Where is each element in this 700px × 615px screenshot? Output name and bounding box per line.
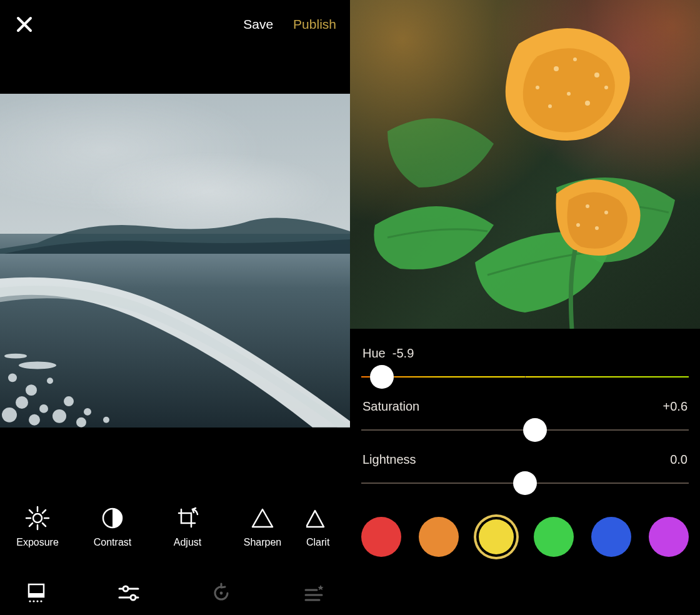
svg-point-28 [29,600,31,602]
swatch-magenta[interactable] [649,517,689,557]
tab-reset [208,579,235,607]
slider-track [361,376,689,378]
tool-exposure[interactable]: Exposure [0,506,75,548]
svg-point-44 [585,101,590,106]
svg-point-33 [123,586,128,591]
tool-label: Adjust [174,537,201,548]
svg-point-6 [39,404,48,413]
slider-thumb[interactable] [513,471,537,495]
svg-point-2 [8,374,17,382]
svg-point-36 [220,592,223,595]
tool-clarity[interactable]: Clarit [300,506,350,548]
double-triangle-icon [306,506,331,531]
svg-point-3 [26,385,37,396]
lightness-control: Lightness 0.0 [359,452,691,494]
tab-levels [300,579,328,607]
half-circle-icon [101,506,124,531]
editor-screen-left: Save Publish [0,0,350,615]
svg-point-7 [64,396,74,406]
svg-point-11 [84,408,91,416]
svg-point-5 [16,396,28,409]
swatch-green[interactable] [534,517,574,557]
saturation-value: +0.6 [663,399,688,414]
tool-adjust[interactable]: Adjust [150,506,225,548]
svg-point-15 [4,354,27,359]
edit-tools-row[interactable]: Exposure Contrast [0,492,350,561]
svg-point-30 [36,600,38,602]
svg-point-41 [573,58,577,61]
svg-line-23 [42,510,46,513]
tool-label: Contrast [94,537,131,548]
reset-icon [211,582,232,604]
svg-point-46 [548,104,552,108]
svg-point-42 [594,72,599,78]
svg-line-21 [29,510,32,513]
tool-label: Exposure [16,537,59,548]
lightness-slider[interactable] [359,472,691,494]
svg-point-35 [131,595,136,600]
sliders-icon [118,584,139,602]
tool-sharpen[interactable]: Sharpen [225,506,300,548]
svg-point-51 [576,223,580,227]
color-swatch-row [359,506,691,557]
close-button[interactable] [14,14,35,35]
svg-point-40 [554,66,559,71]
hue-control: Hue -5.9 [359,346,691,388]
hue-slider[interactable] [359,366,691,388]
svg-point-14 [19,362,56,369]
svg-point-16 [33,514,42,522]
swatch-yellow[interactable] [476,517,516,557]
tool-contrast[interactable]: Contrast [75,506,150,548]
svg-point-49 [604,211,608,214]
svg-point-13 [103,417,109,423]
slider-thumb[interactable] [523,418,547,442]
slider-thumb[interactable] [370,365,394,389]
svg-point-50 [595,226,599,230]
svg-point-8 [2,408,17,422]
svg-point-12 [76,418,86,428]
photo-preview[interactable] [350,0,700,329]
svg-point-47 [536,86,539,89]
svg-point-45 [604,86,608,89]
swatch-red[interactable] [361,517,401,557]
svg-point-43 [567,92,571,96]
swatch-blue[interactable] [591,517,631,557]
svg-point-9 [29,414,40,426]
svg-rect-27 [29,593,44,597]
tab-adjustments[interactable] [115,579,142,607]
top-bar: Save Publish [0,0,350,38]
swatch-orange[interactable] [419,517,459,557]
svg-point-48 [586,204,589,208]
saturation-slider[interactable] [359,419,691,441]
photo-preview[interactable] [0,94,350,428]
svg-point-29 [32,600,34,602]
lightness-label: Lightness [362,452,416,467]
svg-point-4 [47,378,53,384]
publish-button[interactable]: Publish [293,17,336,32]
levels-star-icon [303,584,324,602]
tab-frames[interactable] [22,579,50,607]
bottom-tab-bar [0,571,350,615]
svg-line-24 [29,523,32,526]
lightness-value: 0.0 [670,452,688,467]
saturation-label: Saturation [362,399,419,414]
svg-line-22 [42,523,46,526]
svg-point-10 [52,409,66,423]
svg-point-31 [40,600,42,602]
color-adjust-screen: Hue -5.9 Saturation +0.6 [350,0,700,615]
tool-label: Sharpen [244,537,282,548]
save-button[interactable]: Save [243,17,273,32]
sun-icon [25,506,50,531]
frame-dots-icon [26,582,47,604]
tool-label: Clarit [306,537,329,548]
hue-label: Hue -5.9 [362,346,414,361]
close-icon [16,16,32,32]
color-controls: Hue -5.9 Saturation +0.6 [350,329,700,615]
top-actions: Save Publish [243,17,336,32]
triangle-icon [250,506,275,531]
saturation-control: Saturation +0.6 [359,399,691,441]
crop-rotate-icon [175,506,200,531]
